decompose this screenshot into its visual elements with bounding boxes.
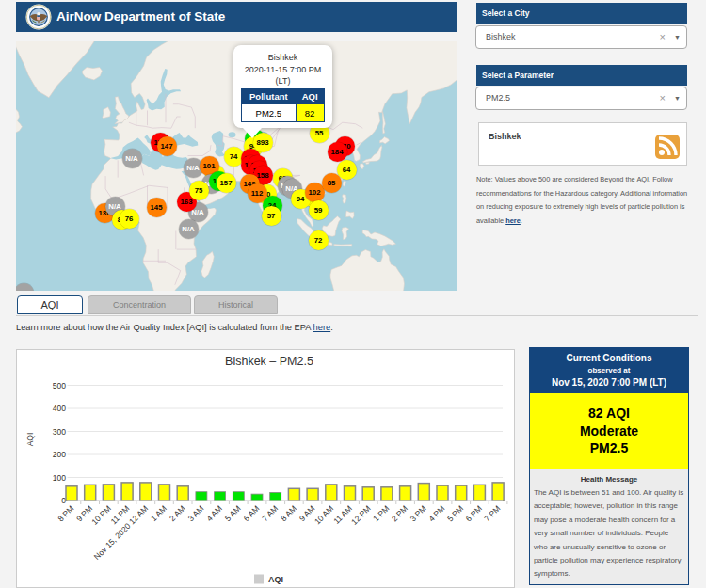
svg-text:10 AM: 10 AM xyxy=(313,503,335,526)
svg-text:12 PM: 12 PM xyxy=(349,503,372,526)
svg-text:AQI: AQI xyxy=(25,433,35,447)
svg-text:2 PM: 2 PM xyxy=(389,503,409,523)
svg-text:1 PM: 1 PM xyxy=(371,503,391,523)
svg-text:300: 300 xyxy=(52,427,65,437)
svg-text:100: 100 xyxy=(52,473,65,483)
svg-text:4 PM: 4 PM xyxy=(426,503,446,523)
svg-text:6 PM: 6 PM xyxy=(463,503,483,523)
svg-text:2 AM: 2 AM xyxy=(167,503,186,523)
svg-text:AQI: AQI xyxy=(268,575,283,584)
svg-text:7 PM: 7 PM xyxy=(482,503,502,523)
svg-text:Bishkek – PM2.5: Bishkek – PM2.5 xyxy=(225,355,313,368)
svg-text:1 AM: 1 AM xyxy=(149,503,168,523)
svg-text:5 PM: 5 PM xyxy=(445,503,465,523)
svg-text:3 PM: 3 PM xyxy=(408,503,427,523)
svg-text:10 PM: 10 PM xyxy=(89,503,112,526)
svg-text:6 AM: 6 AM xyxy=(241,503,261,523)
svg-text:5 AM: 5 AM xyxy=(222,503,242,523)
svg-text:500: 500 xyxy=(52,381,65,390)
svg-text:8 AM: 8 AM xyxy=(279,503,298,523)
svg-text:7 AM: 7 AM xyxy=(260,503,280,523)
svg-text:8 PM: 8 PM xyxy=(56,503,75,523)
svg-text:400: 400 xyxy=(52,404,65,413)
svg-text:3 AM: 3 AM xyxy=(185,503,205,523)
svg-text:4 AM: 4 AM xyxy=(204,503,224,523)
svg-text:11 AM: 11 AM xyxy=(331,503,354,526)
svg-text:200: 200 xyxy=(52,450,65,459)
